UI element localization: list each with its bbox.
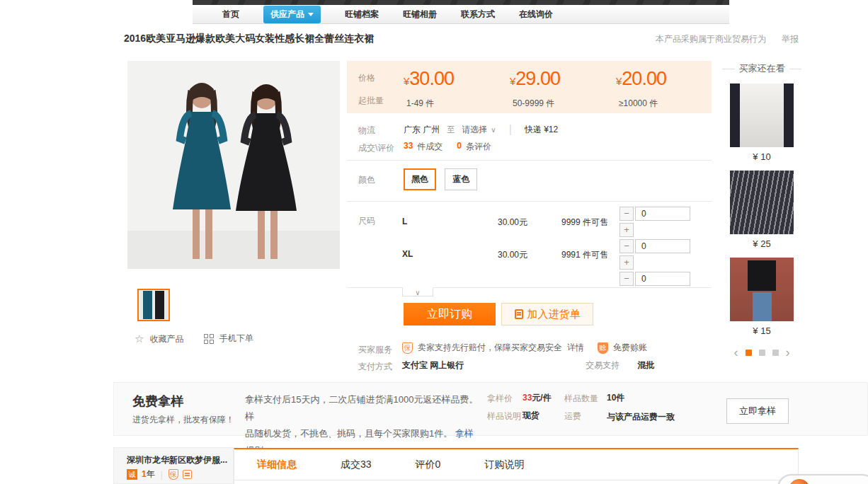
- size-xl-stock: 9991 件可售: [561, 249, 608, 261]
- nav-contact[interactable]: 联系方式: [461, 8, 495, 21]
- guarantee-detail-link[interactable]: 详情: [567, 342, 584, 354]
- product-page: 首页 供应产品 旺铺档案 旺铺相册 联系方式 在线询价 2016欧美亚马逊爆款欧…: [0, 0, 868, 484]
- nav-inquiry[interactable]: 在线询价: [519, 8, 553, 21]
- tier3-price: 20.00: [622, 68, 666, 89]
- chat-widget[interactable]: [777, 474, 868, 484]
- qty-input-l[interactable]: [635, 207, 690, 221]
- product-photo: [127, 61, 340, 269]
- nav-home[interactable]: 首页: [222, 8, 239, 21]
- mobile-order[interactable]: 手机下单: [204, 333, 253, 345]
- guarantee-shield-icon: 保: [169, 469, 178, 480]
- color-option-black[interactable]: 黑色: [404, 168, 436, 190]
- size-name-xl: XL: [402, 249, 413, 259]
- chevron-down-icon: ∨: [491, 126, 496, 134]
- related-item-price: ¥ 15: [722, 325, 801, 336]
- to-label: 至: [447, 125, 455, 135]
- pager-dot-2[interactable]: [759, 350, 765, 356]
- sample-price-unit: 元/件: [532, 393, 551, 403]
- tier3-range: ≥10000 件: [619, 98, 658, 110]
- add-to-cart-button[interactable]: 加入进货单: [501, 303, 593, 325]
- tier2-price: 29.00: [515, 68, 560, 89]
- qty-plus-button[interactable]: +: [619, 255, 634, 270]
- member-years-suffix: 年: [147, 469, 155, 479]
- order-now-button[interactable]: 立即订购: [404, 303, 496, 325]
- star-icon: ☆: [135, 333, 144, 345]
- next-arrow-icon[interactable]: ›: [786, 349, 790, 356]
- trade-support-label: 交易支持: [586, 359, 619, 371]
- nav-shop-profile[interactable]: 旺铺档案: [345, 8, 379, 21]
- color-options: 黑色 蓝色: [404, 168, 483, 190]
- wangwang-icon: [787, 478, 811, 484]
- integrity-badge-icon: 诚: [127, 469, 137, 480]
- title-row: 2016欧美亚马逊爆款欧美大码女装性感长裙全蕾丝连衣裙 本产品采购属于商业贸易行…: [124, 33, 799, 45]
- related-item-image[interactable]: [730, 258, 794, 321]
- destination-select[interactable]: 请选择 ∨: [462, 124, 496, 136]
- related-item-image[interactable]: [730, 171, 794, 234]
- divider: [722, 69, 735, 69]
- member-years-num: 1: [142, 469, 147, 479]
- store-name-link[interactable]: 深圳市龙华新区欧梦伊服...: [127, 454, 227, 466]
- free-sample-section: 免费拿样 进货先拿样，批发有保障！ 拿样支付后15天内，二次店铺进货满1000元…: [113, 382, 868, 436]
- credit-text: 免费赊账: [613, 342, 647, 354]
- sample-qty-label: 样品数量: [564, 393, 598, 405]
- origin-location: 广东 广州: [404, 124, 440, 136]
- tab-detail-info[interactable]: 详细信息: [257, 459, 297, 471]
- deal-suffix: 件成交: [417, 141, 442, 153]
- related-item: ¥ 10: [722, 83, 801, 162]
- thumbnail-selected[interactable]: [137, 289, 170, 321]
- deal-count[interactable]: 33: [404, 141, 413, 153]
- tab-reviews[interactable]: 评价0: [416, 459, 441, 471]
- buyer-service-row: 保 卖家支持先行赔付，保障买家交易安全 详情 赊 免费赊账: [402, 342, 647, 354]
- related-title: 买家还在看: [739, 62, 785, 75]
- tier1-price: 30.00: [409, 68, 454, 89]
- payment-row: 支付宝 网上银行 交易支持 混批: [402, 359, 654, 371]
- moq-label: 起批量: [358, 95, 384, 107]
- report-link[interactable]: 举报: [782, 33, 799, 45]
- guarantee-text: 卖家支持先行赔付，保障买家交易安全: [418, 342, 562, 354]
- qty-minus-button[interactable]: −: [619, 239, 634, 253]
- mobile-order-label: 手机下单: [219, 333, 253, 345]
- chevron-down-icon: ∨: [415, 289, 420, 296]
- qty-input-3[interactable]: [635, 272, 690, 286]
- qty-minus-button[interactable]: −: [619, 272, 634, 286]
- price-tier-2: ¥29.00 50-9999 件: [510, 68, 609, 90]
- certificate-icon: [183, 470, 192, 479]
- product-main-image: [127, 61, 340, 269]
- tab-deals[interactable]: 成交33: [341, 459, 372, 471]
- related-sidebar: 买家还在看 ¥ 10 ¥ 25 ¥ 15 ‹ ›: [722, 62, 801, 356]
- nav-products[interactable]: 供应产品: [263, 6, 321, 23]
- qty-minus-button[interactable]: −: [619, 207, 634, 221]
- divider: |: [161, 470, 163, 480]
- related-item-price: ¥ 25: [722, 238, 801, 249]
- nav-shop-album[interactable]: 旺铺相册: [403, 8, 437, 21]
- tier2-range: 50-9999 件: [513, 98, 554, 110]
- price-label: 价格: [358, 72, 375, 84]
- sample-price-value: 33: [522, 393, 532, 403]
- sample-desc-line1: 拿样支付后15天内，二次店铺进货满1000元返还样品费。样: [245, 394, 478, 422]
- favorite-label: 收藏产品: [149, 333, 183, 345]
- color-option-blue[interactable]: 蓝色: [445, 168, 477, 190]
- qty-input-xl[interactable]: [635, 239, 690, 253]
- size-label: 尺码: [358, 215, 375, 227]
- qty-plus-button[interactable]: +: [619, 223, 634, 237]
- sample-qty-value: 10件: [607, 392, 624, 404]
- sample-price-label: 拿样价: [487, 393, 513, 405]
- guarantee-shield-icon: 保: [402, 342, 413, 354]
- divider-line: [347, 160, 712, 161]
- pager-dot-1[interactable]: [746, 350, 752, 356]
- top-dark-strip: [193, 0, 729, 5]
- prev-arrow-icon[interactable]: ‹: [734, 349, 738, 356]
- price-panel: 价格 起批量 ¥30.00 1-49 件 ¥29.00 50-9999 件 ¥2…: [347, 61, 712, 113]
- size-l-price: 30.00元: [498, 217, 527, 229]
- pager-dot-3[interactable]: [772, 350, 779, 356]
- price-tier-3: ¥20.00 ≥10000 件: [616, 68, 715, 90]
- chevron-down-icon: [308, 13, 314, 16]
- tab-order-instructions[interactable]: 订购说明: [484, 459, 524, 471]
- related-item: ¥ 15: [722, 258, 801, 336]
- get-sample-button[interactable]: 立即拿样: [726, 398, 789, 424]
- review-count[interactable]: 0: [457, 141, 462, 153]
- favorite-product[interactable]: ☆ 收藏产品: [135, 333, 183, 345]
- expand-sizes-button[interactable]: ∨: [402, 287, 433, 296]
- related-item-image[interactable]: [730, 83, 794, 147]
- trade-support-value: 混批: [637, 359, 654, 371]
